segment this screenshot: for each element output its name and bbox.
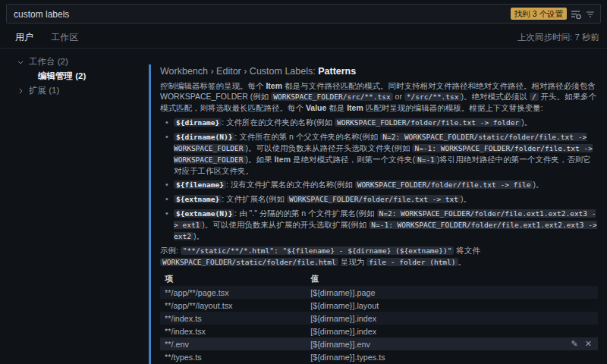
inline-code: WORKSPACE_FOLDER/src/**.tsx	[271, 93, 392, 101]
setting-title: Patterns	[318, 66, 356, 77]
row-item-pattern: **/app/**/layout.tsx	[160, 301, 309, 310]
search-input-value[interactable]: custom labels	[14, 9, 69, 20]
row-actions: ✎✕	[571, 339, 598, 349]
variable-bullet: ${extname(N)}: 由 "." 分隔的的第 n 个文件扩展名(例如 N…	[165, 208, 598, 242]
row-value-template: [${dirname}].env	[309, 340, 571, 349]
filter-list-icon[interactable]	[570, 8, 582, 20]
setting-description-intro: 控制编辑器标签的呈现。每个 Item 都是与文件路径匹配的模式。同时支持相对文件…	[160, 80, 598, 113]
sync-status-label: 上次同步时间: 7 秒前	[517, 32, 599, 43]
settings-toc: 工作台 (2) 编辑管理 (2) 扩展 (1)	[0, 55, 144, 98]
toc-item-label: 扩展 (1)	[29, 85, 59, 96]
row-item-pattern: **/.env	[160, 340, 309, 349]
inline-code: ${extname}	[174, 195, 222, 203]
toc-item-label: 编辑管理 (2)	[38, 71, 86, 82]
toc-item-label: 工作台 (2)	[29, 56, 68, 67]
table-row[interactable]: **/app/**/layout.tsx[${dirname}].layout	[160, 299, 598, 312]
row-value-template: [${dirname}].index	[309, 327, 598, 336]
tab-user[interactable]: 用户	[14, 29, 35, 49]
funnel-filter-icon[interactable]	[584, 8, 596, 20]
edit-pencil-icon[interactable]: ✎	[571, 339, 578, 349]
inline-code: file - folder (html)	[366, 258, 458, 266]
setting-breadcrumb: Workbench › Editor › Custom Labels: Patt…	[160, 66, 598, 77]
setting-item-custom-labels-patterns: Workbench › Editor › Custom Labels: Patt…	[149, 64, 604, 364]
tab-workspace[interactable]: 工作区	[49, 29, 80, 48]
patterns-table: 项 值 **/app/**/page.tsx[${dirname}].page*…	[160, 272, 598, 363]
column-header-value: 值	[309, 274, 598, 284]
inline-code: ${extname(N)}	[174, 209, 234, 218]
row-item-pattern: **/index.tsx	[160, 327, 309, 336]
inline-code: ${dirname(N)}	[174, 133, 234, 141]
row-item-pattern: **/index.ts	[160, 314, 309, 323]
chevron-down-icon[interactable]	[17, 58, 26, 66]
inline-code: "**/static/**/*.html": "${filename} - ${…	[181, 246, 454, 255]
inline-code: WORKSPACE_FOLDER/folder/file.txt -> txt	[287, 195, 461, 203]
toc-item-workbench[interactable]: 工作台 (2)	[0, 55, 144, 69]
results-count-badge: 找到 3 个设置	[511, 8, 567, 20]
header-divider	[0, 48, 607, 49]
inline-code: ${dirname}	[174, 118, 222, 127]
inline-code: ${filename}	[174, 180, 226, 189]
breadcrumb-prefix: Workbench › Editor › Custom Labels:	[160, 66, 318, 77]
settings-search-input[interactable]: custom labels 找到 3 个设置	[6, 4, 601, 24]
inline-code: */src/**.tsx	[404, 93, 461, 101]
variable-bullet: ${extname}: 文件扩展名(例如 WORKSPACE_FOLDER/fo…	[165, 193, 598, 205]
table-row[interactable]: **/app/**/page.tsx[${dirname}].page	[160, 286, 598, 299]
table-header-row: 项 值	[160, 272, 598, 286]
row-item-pattern: **/types.ts	[160, 353, 309, 362]
toc-item-editor-management[interactable]: 编辑管理 (2)	[0, 69, 144, 83]
table-row[interactable]: **/types.ts[${dirname}].types.ts	[160, 350, 598, 363]
table-row[interactable]: **/index.tsx[${dirname}].index	[160, 325, 598, 337]
inline-code: /	[530, 93, 539, 101]
column-header-item: 项	[160, 274, 309, 284]
variable-bullet-list: ${dirname}: 文件所在的文件夹的名称(例如 WORKSPACE_FOL…	[165, 117, 598, 242]
variable-bullet: ${dirname(N)}: 文件所在的第 n 个父文件夹的名称(例如 N=2:…	[165, 131, 598, 176]
inline-code: WORKSPACE_FOLDER/static/folder/file.html	[160, 258, 338, 266]
row-value-template: [${dirname}].index	[309, 314, 598, 323]
inline-code: N=-1	[415, 155, 437, 164]
table-row[interactable]: **/.env[${dirname}].env✎✕	[160, 337, 598, 350]
setting-description-example: 示例: "**/static/**/*.html": "${filename} …	[160, 245, 598, 268]
toc-item-extensions[interactable]: 扩展 (1)	[0, 83, 144, 98]
variable-bullet: ${dirname}: 文件所在的文件夹的名称(例如 WORKSPACE_FOL…	[165, 117, 598, 128]
variable-bullet: ${filename}: 没有文件扩展名的文件的名称(例如 WORKSPACE_…	[165, 179, 598, 190]
settings-scope-tabs: 用户 工作区 上次同步时间: 7 秒前	[14, 29, 599, 47]
row-value-template: [${dirname}].page	[309, 288, 598, 297]
row-item-pattern: **/app/**/page.tsx	[160, 288, 309, 297]
inline-code: WORKSPACE_FOLDER/folder/file.txt -> file	[355, 180, 533, 189]
chevron-right-icon[interactable]	[17, 87, 26, 95]
table-body: **/app/**/page.tsx[${dirname}].page**/ap…	[160, 286, 598, 363]
row-value-template: [${dirname}].types.ts	[309, 353, 598, 362]
table-row[interactable]: **/index.ts[${dirname}].index	[160, 312, 598, 325]
inline-code: N=-1: WORKSPACE_FOLDER/folder/file.ext1.…	[174, 221, 597, 240]
inline-code: WORKSPACE_FOLDER/folder/file.txt -> fold…	[335, 118, 521, 127]
row-value-template: [${dirname}].layout	[309, 301, 598, 310]
remove-x-icon[interactable]: ✕	[585, 339, 592, 349]
